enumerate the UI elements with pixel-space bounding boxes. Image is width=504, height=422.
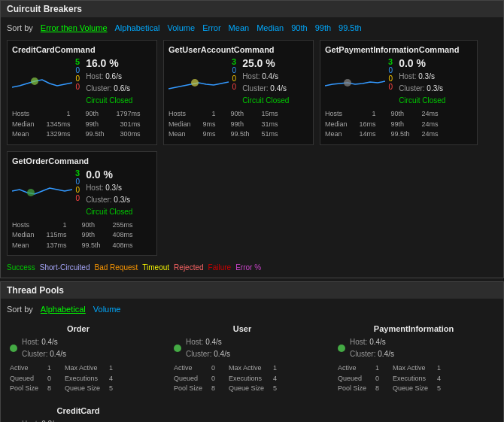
tp-payment-dot-row: Host: 0.4/s Cluster: 0.4/s bbox=[338, 336, 490, 360]
cb-cards-row-2: GetOrderCommand 3 0 0 0 bbox=[7, 151, 497, 257]
cb-circuit-getorder: Circuit Closed bbox=[86, 208, 132, 216]
cb-card-creditcard-body: 5 0 0 0 16.0 % Host: 0.6/s Cluster: 0.6/… bbox=[12, 57, 152, 106]
sort-error[interactable]: Error bbox=[202, 23, 220, 32]
cb-count-red-getpayment: 0 bbox=[389, 83, 393, 91]
sort-alphabetical[interactable]: Alphabetical bbox=[115, 23, 160, 32]
cb-hostcluster-getorder: Host: 0.3/s Cluster: 0.3/s bbox=[86, 182, 132, 206]
cb-hostcluster-getuseraccount: Host: 0.4/s Cluster: 0.4/s bbox=[242, 71, 289, 95]
cb-sparkline-getpayment bbox=[325, 57, 385, 95]
cb-card-getpayment-body: 3 0 0 0 0.0 % Host: 0.3/s Cluster: 0.3/s… bbox=[325, 57, 472, 106]
tp-user-status-dot bbox=[174, 345, 181, 352]
tp-sort-alphabetical[interactable]: Alphabetical bbox=[41, 305, 86, 314]
tp-creditcard-hostcluster: Host: 0.3/s Cluster: 0.3/s bbox=[22, 418, 66, 423]
cb-card-getuseraccount-title: GetUserAccountCommand bbox=[169, 45, 308, 54]
cb-card-getpayment-title: GetPaymentInformationCommand bbox=[325, 45, 472, 54]
cb-circuit-getpayment: Circuit Closed bbox=[399, 96, 445, 105]
cb-bottomstats-getorder: HostsMedianMean 1115ms137ms 90th99th99.5… bbox=[12, 220, 152, 251]
tp-order-status-dot bbox=[10, 345, 17, 352]
thread-pools-header: Thread Pools bbox=[1, 282, 503, 299]
tp-card-order: Order Host: 0.4/s Cluster: 0.4/s ActiveQ… bbox=[7, 321, 150, 397]
cb-pct-creditcard: 16.0 % bbox=[86, 57, 119, 69]
cb-bottomstats-getpayment: HostsMedianMean 116ms14ms 90th99th99.5th… bbox=[325, 109, 472, 140]
cb-pct-getorder: 0.0 % bbox=[86, 168, 113, 181]
tp-card-creditcard-title: CreditCard bbox=[10, 406, 147, 415]
cb-count-red-creditcard: 0 bbox=[76, 83, 80, 91]
cb-count-red-getorder: 0 bbox=[76, 194, 80, 202]
tp-card-order-title: Order bbox=[10, 324, 147, 333]
sort-995th[interactable]: 99.5th bbox=[339, 23, 362, 32]
cb-hostcluster-creditcard: Host: 0.6/s Cluster: 0.6/s bbox=[86, 71, 132, 95]
legend-failure: Failure bbox=[208, 263, 232, 272]
tp-card-creditcard: CreditCard Host: 0.3/s Cluster: 0.3/s Ac… bbox=[7, 403, 150, 423]
cb-count-yellow-creditcard: 0 bbox=[76, 74, 80, 83]
cb-count-green-getpayment: 3 bbox=[388, 57, 393, 66]
cb-card-getorder: GetOrderCommand 3 0 0 0 bbox=[7, 151, 157, 257]
tp-order-dot-row: Host: 0.4/s Cluster: 0.4/s bbox=[10, 336, 147, 360]
cb-count-blue-getuseraccount: 0 bbox=[232, 66, 237, 74]
circuit-sort-bar: Sort by Error then Volume Alphabetical V… bbox=[7, 23, 497, 32]
cb-circuit-creditcard: Circuit Closed bbox=[86, 96, 132, 105]
sort-mean[interactable]: Mean bbox=[229, 23, 250, 32]
cb-sparkline-creditcard bbox=[12, 57, 72, 95]
cb-pct-getpayment: 0.0 % bbox=[399, 57, 426, 69]
tp-user-stats: ActiveQueuedPool Size 008 Max ActiveExec… bbox=[174, 363, 311, 394]
cb-count-yellow-getuseraccount: 0 bbox=[232, 74, 237, 83]
tp-payment-status-dot bbox=[338, 345, 345, 352]
tp-order-hostcluster: Host: 0.4/s Cluster: 0.4/s bbox=[22, 336, 66, 360]
tp-user-hostcluster: Host: 0.4/s Cluster: 0.4/s bbox=[186, 336, 230, 360]
svg-point-3 bbox=[27, 189, 35, 196]
cb-card-creditcard: CreditCardCommand 5 0 0 0 bbox=[7, 40, 157, 145]
cb-bottomstats-getuseraccount: HostsMedianMean 19ms9ms 90th99th99.5th 1… bbox=[169, 109, 308, 140]
tp-card-user-title: User bbox=[174, 324, 311, 333]
cb-count-blue-creditcard: 0 bbox=[76, 66, 80, 74]
cb-card-getpayment: GetPaymentInformationCommand 3 0 0 0 bbox=[320, 40, 478, 145]
tp-user-dot-row: Host: 0.4/s Cluster: 0.4/s bbox=[174, 336, 311, 360]
tp-card-payment: PaymentInformation Host: 0.4/s Cluster: … bbox=[335, 321, 493, 397]
legend-rejected: Rejected bbox=[174, 263, 203, 272]
tp-creditcard-dot-row: Host: 0.3/s Cluster: 0.3/s bbox=[10, 418, 147, 423]
tp-cards-row-1: Order Host: 0.4/s Cluster: 0.4/s ActiveQ… bbox=[7, 321, 497, 397]
legend-success: Success bbox=[7, 263, 35, 272]
cb-count-green-getorder: 3 bbox=[75, 168, 80, 178]
sort-99th[interactable]: 99th bbox=[315, 23, 331, 32]
circuit-breakers-header: Cuircuit Breakers bbox=[1, 1, 503, 17]
cb-card-getuseraccount-body: 3 0 0 0 25.0 % Host: 0.4/s Cluster: 0.4/… bbox=[169, 57, 308, 106]
sort-volume[interactable]: Volume bbox=[167, 23, 195, 32]
cb-count-red-getuseraccount: 0 bbox=[232, 83, 237, 91]
tp-sort-volume[interactable]: Volume bbox=[93, 305, 121, 314]
svg-point-1 bbox=[191, 79, 199, 87]
cb-bottomstats-creditcard: HostsMedianMean 11345ms1329ms 90th99th99… bbox=[12, 109, 152, 140]
legend-bad-request: Bad Request bbox=[95, 263, 138, 272]
cb-card-creditcard-title: CreditCardCommand bbox=[12, 45, 152, 54]
thread-pools-panel: Thread Pools Sort by Alphabetical Volume… bbox=[0, 281, 504, 422]
panel-title: Cuircuit Breakers bbox=[7, 4, 82, 14]
tp-sort-bar: Sort by Alphabetical Volume bbox=[7, 305, 497, 314]
cb-sparkline-getorder bbox=[12, 168, 72, 206]
svg-point-0 bbox=[31, 77, 38, 85]
tp-card-payment-title: PaymentInformation bbox=[338, 324, 490, 333]
cb-count-blue-getpayment: 0 bbox=[389, 66, 393, 74]
cb-card-getorder-title: GetOrderCommand bbox=[12, 156, 152, 165]
tp-sort-label: Sort by bbox=[7, 305, 33, 314]
sort-median[interactable]: Median bbox=[257, 23, 284, 32]
tp-order-stats: ActiveQueuedPool Size 108 Max ActiveExec… bbox=[10, 363, 147, 394]
thread-pools-title: Thread Pools bbox=[7, 285, 64, 296]
legend-error-pct: Error % bbox=[235, 263, 261, 272]
tp-payment-hostcluster: Host: 0.4/s Cluster: 0.4/s bbox=[350, 336, 394, 360]
svg-point-2 bbox=[344, 79, 351, 87]
legend-timeout: Timeout bbox=[142, 263, 169, 272]
circuit-breakers-panel: Cuircuit Breakers Sort by Error then Vol… bbox=[0, 0, 504, 278]
cb-pct-getuseraccount: 25.0 % bbox=[242, 57, 275, 69]
cb-card-getuseraccount: GetUserAccountCommand 3 0 0 0 bbox=[163, 40, 314, 145]
cb-cards-row-1: CreditCardCommand 5 0 0 0 bbox=[7, 40, 497, 145]
legend-short-circuited: Short-Circuited bbox=[40, 263, 90, 272]
cb-sparkline-getuseraccount bbox=[169, 57, 229, 95]
tp-card-user: User Host: 0.4/s Cluster: 0.4/s ActiveQu… bbox=[171, 321, 314, 397]
thread-pools-content: Sort by Alphabetical Volume Order Host: … bbox=[1, 299, 503, 422]
sort-90th[interactable]: 90th bbox=[291, 23, 307, 32]
sort-label: Sort by bbox=[7, 23, 33, 32]
sort-error-volume[interactable]: Error then Volume bbox=[41, 23, 108, 32]
cb-legend: Success Short-Circuited Bad Request Time… bbox=[7, 263, 497, 272]
cb-circuit-getuseraccount: Circuit Closed bbox=[242, 96, 289, 105]
cb-count-blue-getorder: 0 bbox=[76, 178, 80, 186]
